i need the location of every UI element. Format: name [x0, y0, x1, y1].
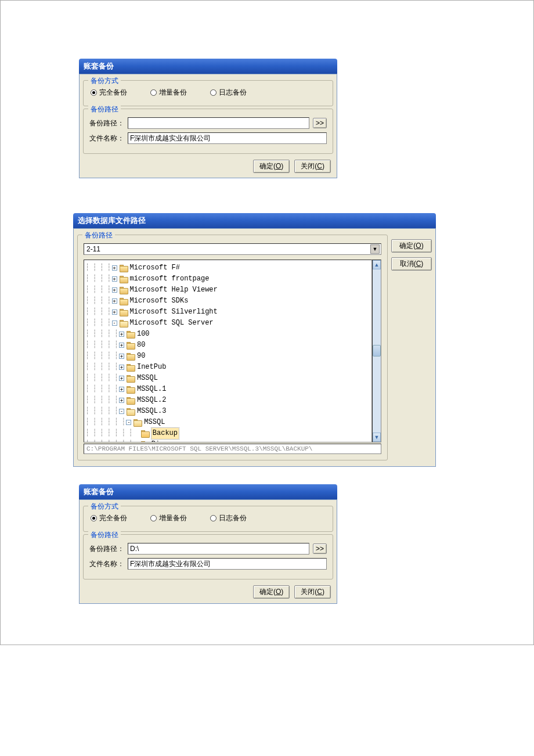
expand-icon[interactable]: +	[119, 365, 124, 370]
tree-node-label: MSSQL.1	[137, 384, 166, 395]
radio-incremental-backup-2[interactable]: 增量备份	[150, 513, 187, 523]
drive-combo-value: 2-11	[86, 245, 100, 253]
tree-node[interactable]: ┆ ┆ ┆ ┆ -Microsoft SQL Server	[85, 318, 370, 329]
picker-cancel-button[interactable]: 取消(C)	[391, 257, 432, 271]
expand-icon[interactable]: +	[119, 398, 124, 403]
tree-node[interactable]: ┆ ┆ ┆ ┆ ┆ +90	[85, 351, 370, 362]
tree-node[interactable]: ┆ ┆ ┆ ┆ ┆ +80	[85, 340, 370, 351]
chevron-down-icon[interactable]: ▼	[370, 244, 380, 254]
folder-icon	[120, 265, 128, 271]
tree-node-label: 90	[137, 351, 145, 362]
expand-icon[interactable]: +	[119, 387, 124, 392]
tree-node[interactable]: ┆ ┆ ┆ ┆ ┆ ┆ -MSSQL	[85, 417, 370, 428]
picker-ok-button[interactable]: 确定(O)	[391, 239, 432, 253]
filename-input[interactable]	[128, 132, 327, 144]
tree-node[interactable]: ┆ ┆ ┆ ┆ ┆ ┆ ┆ +Binn	[85, 439, 370, 442]
tree-node-label: 80	[137, 340, 145, 351]
path-input[interactable]	[128, 117, 309, 129]
folder-tree[interactable]: ┆ ┆ ┆ ┆ +Microsoft F# ┆ ┆ ┆ ┆ +microsoft…	[84, 260, 372, 442]
folder-icon	[127, 353, 135, 359]
scroll-thumb[interactable]	[373, 345, 381, 357]
expand-icon[interactable]: +	[134, 442, 139, 442]
expand-icon[interactable]: +	[112, 287, 117, 293]
folder-icon	[127, 375, 135, 381]
expand-icon[interactable]: +	[119, 343, 124, 348]
folder-open-icon	[127, 408, 135, 415]
backup-path-legend: 备份路径	[88, 105, 121, 114]
radio-empty-icon	[150, 89, 157, 96]
folder-open-icon	[134, 419, 142, 426]
tree-node[interactable]: ┆ ┆ ┆ ┆ +microsoft frontpage	[85, 273, 370, 285]
filename-label-2: 文件名称：	[89, 559, 124, 569]
selected-path-display[interactable]: C:\PROGRAM FILES\MICROSOFT SQL SERVER\MS…	[84, 444, 381, 454]
folder-icon	[120, 298, 128, 304]
tree-node[interactable]: ┆ ┆ ┆ ┆ +Microsoft Help Viewer	[85, 285, 370, 296]
expand-icon[interactable]: +	[112, 276, 117, 282]
path-input-2[interactable]	[128, 543, 309, 555]
tree-node[interactable]: ┆ ┆ ┆ ┆ ┆ +100	[85, 329, 370, 340]
dialog3-title[interactable]: 账套备份	[79, 484, 337, 499]
ok-button[interactable]: 确定(O)	[253, 160, 290, 173]
filename-input-2[interactable]	[128, 558, 327, 570]
scroll-down-icon[interactable]: ▼	[373, 433, 381, 442]
radio-empty-icon	[150, 515, 157, 521]
collapse-icon[interactable]: -	[112, 321, 117, 326]
browse-button[interactable]: >>	[313, 118, 327, 128]
folder-icon	[120, 287, 128, 293]
tree-node-label: 100	[137, 329, 150, 340]
backup-dialog-1: 账套备份 备份方式 完全备份 增量备份 日志备份	[79, 59, 337, 178]
expand-icon[interactable]: +	[119, 354, 124, 359]
tree-node[interactable]: ┆ ┆ ┆ ┆ ┆ +MSSQL	[85, 373, 370, 384]
tree-node-label: MSSQL	[144, 417, 165, 428]
tree-node[interactable]: ┆ ┆ ┆ ┆ ┆ +MSSQL.2	[85, 395, 370, 406]
expand-icon[interactable]: +	[112, 309, 117, 315]
browse-button-2[interactable]: >>	[313, 543, 327, 554]
folder-icon	[141, 430, 149, 437]
expand-icon[interactable]: +	[119, 376, 124, 381]
expand-icon[interactable]: +	[119, 332, 124, 337]
tree-node[interactable]: ┆ ┆ ┆ ┆ ┆ +MSSQL.1	[85, 384, 370, 395]
ok-button-2[interactable]: 确定(O)	[253, 585, 290, 599]
filename-label: 文件名称：	[89, 134, 124, 143]
tree-node-label: Microsoft Help Viewer	[130, 285, 218, 296]
tree-node[interactable]: ┆ ┆ ┆ ┆ +Microsoft Silverlight	[85, 307, 370, 318]
tree-node-label: Microsoft SDKs	[130, 296, 189, 307]
drive-combo[interactable]: 2-11 ▼	[84, 243, 381, 255]
tree-node[interactable]: ┆ ┆ ┆ ┆ +Microsoft F#	[85, 262, 370, 273]
backup-mode-group-2: 备份方式 完全备份 增量备份 日志备份	[83, 506, 333, 532]
radio-log-backup[interactable]: 日志备份	[210, 88, 247, 98]
collapse-icon[interactable]: -	[126, 420, 131, 425]
scroll-up-icon[interactable]: ▲	[373, 260, 381, 269]
radio-full-backup[interactable]: 完全备份	[91, 88, 127, 98]
close-button[interactable]: 关闭(C)	[294, 160, 331, 173]
folder-icon	[127, 342, 135, 348]
tree-scrollbar[interactable]: ▲ ▼	[372, 260, 381, 442]
backup-mode-legend-2: 备份方式	[88, 502, 121, 512]
collapse-icon[interactable]: -	[119, 409, 124, 414]
picker-legend: 备份路径	[82, 231, 115, 240]
radio-empty-icon	[210, 515, 217, 521]
expand-icon[interactable]: +	[112, 298, 117, 304]
radio-log-backup-2[interactable]: 日志备份	[210, 513, 247, 523]
tree-node-label: Microsoft F#	[130, 262, 180, 273]
backup-path-group: 备份路径 备份路径： >> 文件名称：	[83, 109, 333, 154]
expand-icon[interactable]: +	[112, 265, 117, 271]
radio-full-backup-2[interactable]: 完全备份	[91, 513, 127, 523]
dialog2-title[interactable]: 选择数据库文件路径	[73, 213, 436, 228]
dialog1-title[interactable]: 账套备份	[79, 59, 337, 74]
picker-group: 备份路径 2-11 ▼ ┆ ┆ ┆ ┆ +Microsoft F# ┆ ┆ ┆ …	[77, 235, 388, 460]
tree-node[interactable]: ┆ ┆ ┆ ┆ ┆ +InetPub	[85, 362, 370, 373]
tree-node[interactable]: ┆ ┆ ┆ ┆ ┆ -MSSQL.3	[85, 406, 370, 417]
tree-node-label: InetPub	[137, 362, 166, 373]
folder-icon	[127, 331, 135, 337]
tree-node-label: Microsoft Silverlight	[130, 307, 218, 318]
dialog1-body: 备份方式 完全备份 增量备份 日志备份	[79, 74, 337, 178]
tree-node[interactable]: ┆ ┆ ┆ ┆ +Microsoft SDKs	[85, 296, 370, 307]
tree-node[interactable]: ┆ ┆ ┆ ┆ ┆ ┆ ┆ Backup	[85, 428, 370, 439]
radio-incremental-backup[interactable]: 增量备份	[150, 88, 187, 98]
tree-node-label: microsoft frontpage	[130, 273, 210, 285]
backup-dialog-2: 账套备份 备份方式 完全备份 增量备份 日志备份	[79, 484, 337, 604]
tree-node-label: Backup	[151, 428, 179, 439]
close-button-2[interactable]: 关闭(C)	[294, 585, 331, 599]
tree-node-label: Binn	[151, 439, 168, 442]
